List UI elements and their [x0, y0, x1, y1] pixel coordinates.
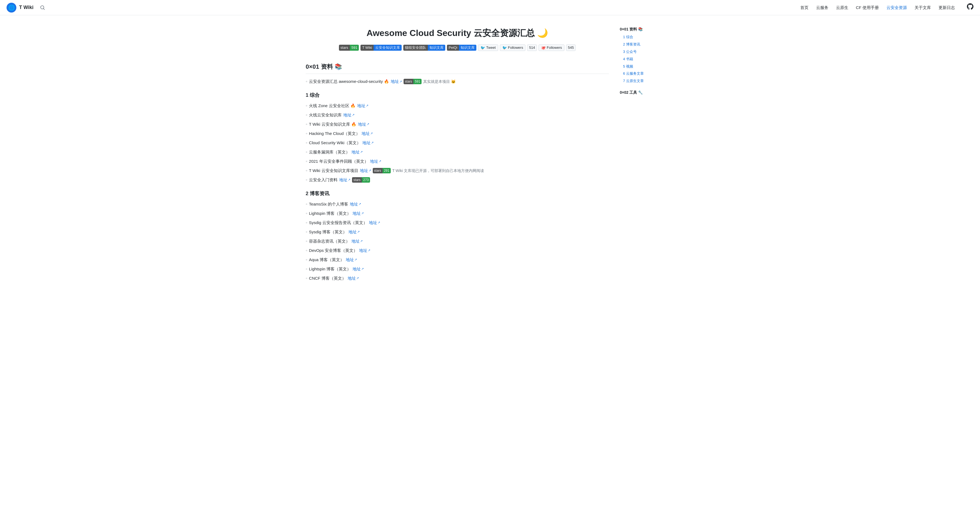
list-item: ○ TeamsSix 的个人博客 地址↗	[305, 201, 609, 208]
list-item: ○ Sysdig 博客（英文） 地址↗	[305, 229, 609, 235]
inline-stars-badge: stars 591	[404, 79, 422, 84]
item-text: T Wiki 云安全知识文库项目	[309, 167, 358, 174]
github-followers-badge[interactable]: 🐙 Followers	[539, 44, 565, 51]
inline-value: 273	[362, 177, 370, 183]
sidebar-link-5[interactable]: 5 视频	[623, 64, 633, 68]
item-link[interactable]: 地址↗	[360, 167, 371, 174]
item-text: Sysdig 云安全报告资讯（英文）	[309, 219, 367, 226]
search-icon	[40, 5, 45, 10]
bullet-icon: ○	[305, 159, 307, 163]
list-item: ○ Aqua 博客（英文） 地址↗	[305, 257, 609, 263]
bullet-icon: ○	[305, 230, 307, 234]
twitter-icon: 🐦	[480, 45, 485, 51]
sidebar-link-2[interactable]: 2 博客资讯	[623, 42, 640, 46]
item-link[interactable]: 地址↗	[353, 266, 364, 272]
nav-cloud-native[interactable]: 云原生	[836, 4, 848, 11]
bullet-icon: ○	[305, 103, 307, 108]
main-content: Awesome Cloud Security 云安全资源汇总 🌙 stars 5…	[305, 26, 609, 284]
bullet-icon: ○	[305, 150, 307, 154]
nav-cloud-security[interactable]: 云安全资源	[886, 4, 907, 11]
item-text: 云服务漏洞库（英文）	[309, 149, 350, 156]
item-link[interactable]: 地址↗	[352, 238, 363, 244]
item-link[interactable]: 地址↗	[348, 229, 360, 235]
item-link[interactable]: 地址↗	[348, 275, 359, 282]
nav-changelog[interactable]: 更新日志	[939, 4, 955, 11]
section-01-title: 0×01 资料 📚	[305, 62, 609, 74]
external-icon: ↗	[355, 257, 357, 262]
item-link[interactable]: 地址↗	[357, 103, 368, 109]
item-link[interactable]: 地址↗	[391, 78, 402, 85]
item-link[interactable]: 地址↗	[369, 219, 380, 226]
bullet-icon: ○	[305, 221, 307, 225]
sidebar-item-2: 2 博客资讯	[623, 41, 675, 48]
github-link[interactable]	[967, 3, 974, 12]
bullet-icon: ○	[305, 122, 307, 127]
item-link[interactable]: 地址↗	[358, 121, 369, 128]
twitter-followers-count: 514	[527, 44, 537, 51]
external-icon: ↗	[352, 113, 355, 117]
list-item: ○ 火线云安全知识库 地址↗	[305, 112, 609, 118]
nav-cloud-services[interactable]: 云服务	[816, 4, 828, 11]
item-link[interactable]: 地址↗	[353, 210, 364, 217]
github-icon-badge: 🐙	[541, 45, 546, 51]
github-followers-count: 545	[566, 44, 576, 51]
sidebar-link-7[interactable]: 7 云原生文章	[623, 79, 644, 83]
subsection-2-items: ○ TeamsSix 的个人博客 地址↗ ○ Lightspin 博客（英文） …	[305, 201, 609, 282]
twiki-label: T Wiki	[361, 45, 374, 51]
item-link[interactable]: 地址↗	[339, 177, 350, 183]
nav-cf-manual[interactable]: CF 使用手册	[856, 4, 879, 11]
stars-label: stars	[339, 45, 350, 51]
section-01-items: ○ 云安全资源汇总 awesome-cloud-security 🔥 地址↗ s…	[305, 78, 609, 85]
twitter-followers-badge[interactable]: 🐦 Followers	[500, 44, 526, 51]
peiqi-label: PeiQi	[447, 45, 459, 51]
sidebar-item-7: 7 云原生文章	[623, 78, 675, 84]
sidebar-link-1[interactable]: 1 综合	[623, 35, 633, 39]
list-item: ○ Lightspin 博客（英文） 地址↗	[305, 210, 609, 217]
sidebar-section-02: 0×02 工具 🔧	[620, 89, 675, 95]
sidebar-item-4: 4 书籍	[623, 56, 675, 62]
external-icon: ↗	[371, 140, 374, 145]
list-item: ○ 容器杂志资讯（英文） 地址↗	[305, 238, 609, 244]
item-note: 其实就是本项目 🐱	[423, 78, 456, 84]
stars-badge[interactable]: stars 591	[339, 45, 359, 51]
item-link[interactable]: 地址↗	[352, 149, 363, 156]
sidebar-link-4[interactable]: 4 书籍	[623, 57, 633, 61]
inline-stars-badge: stars 291	[373, 168, 391, 173]
subsection-1-title: 1 综合	[305, 91, 609, 99]
item-text: 容器杂志资讯（英文）	[309, 238, 350, 244]
item-link[interactable]: 地址↗	[361, 130, 373, 137]
nav-about[interactable]: 关于文库	[915, 4, 931, 11]
inline-label: stars	[373, 168, 383, 173]
external-icon: ↗	[356, 276, 359, 281]
nav-home[interactable]: 首页	[800, 4, 808, 11]
bullet-icon: ○	[305, 211, 307, 216]
badge-row: stars 591 T Wiki 云安全知识文库 猫组安全团队 知识文库 Pei…	[305, 44, 609, 51]
item-link[interactable]: 地址↗	[346, 257, 357, 263]
subsection-2-title: 2 博客资讯	[305, 190, 609, 198]
external-icon: ↗	[348, 178, 350, 183]
list-item: ○ T Wiki 云安全知识文库 🔥 地址↗	[305, 121, 609, 128]
item-text: T Wiki 云安全知识文库 🔥	[309, 121, 356, 128]
tweet-label: Tweet	[486, 45, 496, 51]
item-text: 火线云安全知识库	[309, 112, 342, 118]
item-link[interactable]: 地址↗	[343, 112, 355, 118]
search-button[interactable]	[40, 5, 45, 10]
bullet-icon: ○	[305, 248, 307, 253]
peiqi-badge[interactable]: PeiQi 知识文库	[447, 45, 476, 51]
item-text: Aqua 博客（英文）	[309, 257, 344, 263]
zone-badge[interactable]: 猫组安全团队 知识文库	[403, 45, 445, 51]
item-link[interactable]: 地址↗	[350, 201, 361, 208]
item-link[interactable]: 地址↗	[363, 140, 374, 146]
sidebar-link-3[interactable]: 3 公众号	[623, 49, 637, 54]
item-link[interactable]: 地址↗	[359, 247, 370, 254]
bullet-icon: ○	[305, 276, 307, 281]
sidebar-link-6[interactable]: 6 云服务文章	[623, 71, 644, 76]
bullet-icon: ○	[305, 141, 307, 145]
brand-logo[interactable]: 🌐 T Wiki	[6, 3, 33, 13]
item-text: 云安全入门资料	[309, 177, 337, 183]
tweet-social[interactable]: 🐦 Tweet	[478, 44, 498, 51]
subsection-1-items: ○ 火线 Zone 云安全社区 🔥 地址↗ ○ 火线云安全知识库 地址↗ ○ T…	[305, 103, 609, 183]
twiki-badge[interactable]: T Wiki 云安全知识文库	[361, 45, 402, 51]
item-link[interactable]: 地址↗	[370, 158, 381, 165]
bullet-icon: ○	[305, 168, 307, 173]
